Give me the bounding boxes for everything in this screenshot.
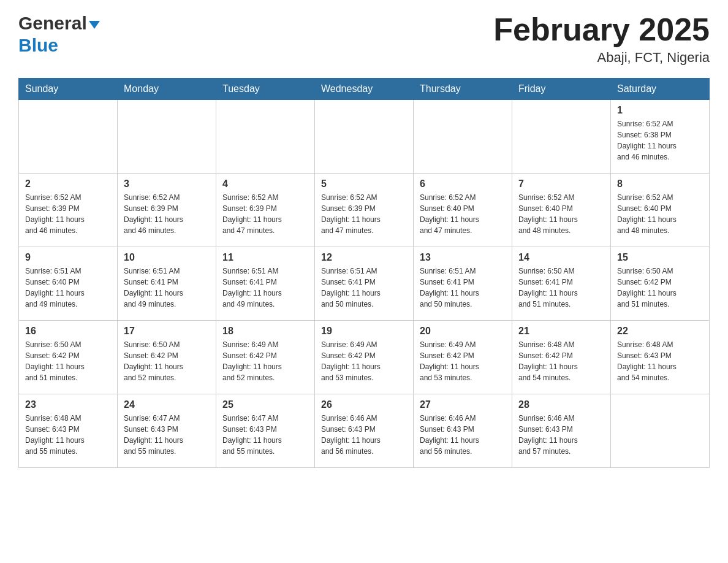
- weekday-header-row: Sunday Monday Tuesday Wednesday Thursday…: [19, 79, 710, 100]
- day-number: 19: [321, 326, 407, 337]
- calendar-day-cell: 19Sunrise: 6:49 AM Sunset: 6:42 PM Dayli…: [315, 321, 414, 394]
- calendar-day-cell: 21Sunrise: 6:48 AM Sunset: 6:42 PM Dayli…: [512, 321, 611, 394]
- day-info: Sunrise: 6:46 AM Sunset: 6:43 PM Dayligh…: [420, 413, 506, 457]
- header-tuesday: Tuesday: [216, 79, 315, 100]
- day-info: Sunrise: 6:47 AM Sunset: 6:43 PM Dayligh…: [124, 413, 210, 457]
- month-title: February 2025: [493, 12, 710, 47]
- day-info: Sunrise: 6:50 AM Sunset: 6:42 PM Dayligh…: [124, 339, 210, 383]
- calendar-day-cell: 8Sunrise: 6:52 AM Sunset: 6:40 PM Daylig…: [611, 174, 710, 247]
- header-monday: Monday: [118, 79, 216, 100]
- day-number: 24: [124, 399, 210, 410]
- day-info: Sunrise: 6:52 AM Sunset: 6:40 PM Dayligh…: [617, 192, 703, 236]
- day-info: Sunrise: 6:49 AM Sunset: 6:42 PM Dayligh…: [321, 339, 407, 383]
- day-number: 6: [420, 178, 506, 190]
- day-info: Sunrise: 6:51 AM Sunset: 6:40 PM Dayligh…: [25, 266, 111, 310]
- calendar-day-cell: [19, 100, 118, 174]
- calendar-day-cell: [216, 100, 315, 174]
- calendar-week-row: 2Sunrise: 6:52 AM Sunset: 6:39 PM Daylig…: [19, 174, 710, 247]
- logo-general: General: [18, 12, 87, 34]
- calendar-day-cell: 16Sunrise: 6:50 AM Sunset: 6:42 PM Dayli…: [19, 321, 118, 394]
- logo: General Blue: [18, 12, 100, 56]
- calendar-day-cell: [118, 100, 216, 174]
- day-info: Sunrise: 6:50 AM Sunset: 6:41 PM Dayligh…: [518, 266, 604, 310]
- day-number: 22: [617, 326, 703, 337]
- day-info: Sunrise: 6:46 AM Sunset: 6:43 PM Dayligh…: [321, 413, 407, 457]
- day-number: 11: [222, 252, 308, 263]
- calendar-week-row: 9Sunrise: 6:51 AM Sunset: 6:40 PM Daylig…: [19, 247, 710, 321]
- calendar-day-cell: [512, 100, 611, 174]
- page-header: General Blue February 2025 Abaji, FCT, N…: [18, 12, 710, 66]
- calendar-day-cell: 25Sunrise: 6:47 AM Sunset: 6:43 PM Dayli…: [216, 394, 315, 468]
- day-info: Sunrise: 6:52 AM Sunset: 6:39 PM Dayligh…: [25, 192, 111, 236]
- header-saturday: Saturday: [611, 79, 710, 100]
- day-number: 1: [617, 105, 703, 116]
- calendar-day-cell: [611, 394, 710, 468]
- day-info: Sunrise: 6:51 AM Sunset: 6:41 PM Dayligh…: [222, 266, 308, 310]
- day-number: 27: [420, 399, 506, 410]
- day-number: 23: [25, 399, 111, 410]
- day-number: 3: [124, 178, 210, 190]
- day-number: 21: [518, 326, 604, 337]
- day-info: Sunrise: 6:52 AM Sunset: 6:40 PM Dayligh…: [518, 192, 604, 236]
- calendar-day-cell: 23Sunrise: 6:48 AM Sunset: 6:43 PM Dayli…: [19, 394, 118, 468]
- day-number: 9: [25, 252, 111, 263]
- day-number: 26: [321, 399, 407, 410]
- calendar-day-cell: [414, 100, 512, 174]
- day-number: 17: [124, 326, 210, 337]
- calendar-week-row: 16Sunrise: 6:50 AM Sunset: 6:42 PM Dayli…: [19, 321, 710, 394]
- day-info: Sunrise: 6:51 AM Sunset: 6:41 PM Dayligh…: [321, 266, 407, 310]
- title-block: February 2025 Abaji, FCT, Nigeria: [493, 12, 710, 66]
- calendar-table: Sunday Monday Tuesday Wednesday Thursday…: [18, 78, 710, 468]
- calendar-day-cell: 1Sunrise: 6:52 AM Sunset: 6:38 PM Daylig…: [611, 100, 710, 174]
- calendar-day-cell: 6Sunrise: 6:52 AM Sunset: 6:40 PM Daylig…: [414, 174, 512, 247]
- header-sunday: Sunday: [19, 79, 118, 100]
- day-number: 5: [321, 178, 407, 190]
- calendar-day-cell: 28Sunrise: 6:46 AM Sunset: 6:43 PM Dayli…: [512, 394, 611, 468]
- day-info: Sunrise: 6:48 AM Sunset: 6:42 PM Dayligh…: [518, 339, 604, 383]
- day-info: Sunrise: 6:52 AM Sunset: 6:40 PM Dayligh…: [420, 192, 506, 236]
- calendar-day-cell: 26Sunrise: 6:46 AM Sunset: 6:43 PM Dayli…: [315, 394, 414, 468]
- day-number: 16: [25, 326, 111, 337]
- calendar-day-cell: 5Sunrise: 6:52 AM Sunset: 6:39 PM Daylig…: [315, 174, 414, 247]
- day-number: 13: [420, 252, 506, 263]
- calendar-day-cell: 24Sunrise: 6:47 AM Sunset: 6:43 PM Dayli…: [118, 394, 216, 468]
- calendar-day-cell: 9Sunrise: 6:51 AM Sunset: 6:40 PM Daylig…: [19, 247, 118, 321]
- calendar-day-cell: 18Sunrise: 6:49 AM Sunset: 6:42 PM Dayli…: [216, 321, 315, 394]
- day-info: Sunrise: 6:49 AM Sunset: 6:42 PM Dayligh…: [420, 339, 506, 383]
- logo-blue: Blue: [18, 34, 58, 56]
- calendar-day-cell: 17Sunrise: 6:50 AM Sunset: 6:42 PM Dayli…: [118, 321, 216, 394]
- day-number: 4: [222, 178, 308, 190]
- day-number: 18: [222, 326, 308, 337]
- location-title: Abaji, FCT, Nigeria: [493, 50, 710, 66]
- day-info: Sunrise: 6:49 AM Sunset: 6:42 PM Dayligh…: [222, 339, 308, 383]
- day-number: 7: [518, 178, 604, 190]
- day-info: Sunrise: 6:48 AM Sunset: 6:43 PM Dayligh…: [25, 413, 111, 457]
- calendar-day-cell: 20Sunrise: 6:49 AM Sunset: 6:42 PM Dayli…: [414, 321, 512, 394]
- calendar-day-cell: 22Sunrise: 6:48 AM Sunset: 6:43 PM Dayli…: [611, 321, 710, 394]
- day-info: Sunrise: 6:52 AM Sunset: 6:39 PM Dayligh…: [222, 192, 308, 236]
- day-number: 28: [518, 399, 604, 410]
- calendar-day-cell: 13Sunrise: 6:51 AM Sunset: 6:41 PM Dayli…: [414, 247, 512, 321]
- calendar-day-cell: 15Sunrise: 6:50 AM Sunset: 6:42 PM Dayli…: [611, 247, 710, 321]
- calendar-day-cell: 4Sunrise: 6:52 AM Sunset: 6:39 PM Daylig…: [216, 174, 315, 247]
- calendar-day-cell: 7Sunrise: 6:52 AM Sunset: 6:40 PM Daylig…: [512, 174, 611, 247]
- calendar-week-row: 23Sunrise: 6:48 AM Sunset: 6:43 PM Dayli…: [19, 394, 710, 468]
- day-number: 14: [518, 252, 604, 263]
- day-number: 12: [321, 252, 407, 263]
- day-info: Sunrise: 6:50 AM Sunset: 6:42 PM Dayligh…: [617, 266, 703, 310]
- day-info: Sunrise: 6:47 AM Sunset: 6:43 PM Dayligh…: [222, 413, 308, 457]
- day-number: 8: [617, 178, 703, 190]
- calendar-day-cell: 14Sunrise: 6:50 AM Sunset: 6:41 PM Dayli…: [512, 247, 611, 321]
- header-thursday: Thursday: [414, 79, 512, 100]
- calendar-day-cell: 27Sunrise: 6:46 AM Sunset: 6:43 PM Dayli…: [414, 394, 512, 468]
- day-number: 25: [222, 399, 308, 410]
- calendar-day-cell: 2Sunrise: 6:52 AM Sunset: 6:39 PM Daylig…: [19, 174, 118, 247]
- logo-arrow-icon: [89, 21, 100, 29]
- header-wednesday: Wednesday: [315, 79, 414, 100]
- day-info: Sunrise: 6:51 AM Sunset: 6:41 PM Dayligh…: [420, 266, 506, 310]
- day-number: 10: [124, 252, 210, 263]
- calendar-day-cell: 3Sunrise: 6:52 AM Sunset: 6:39 PM Daylig…: [118, 174, 216, 247]
- calendar-week-row: 1Sunrise: 6:52 AM Sunset: 6:38 PM Daylig…: [19, 100, 710, 174]
- calendar-day-cell: 12Sunrise: 6:51 AM Sunset: 6:41 PM Dayli…: [315, 247, 414, 321]
- day-info: Sunrise: 6:52 AM Sunset: 6:38 PM Dayligh…: [617, 118, 703, 163]
